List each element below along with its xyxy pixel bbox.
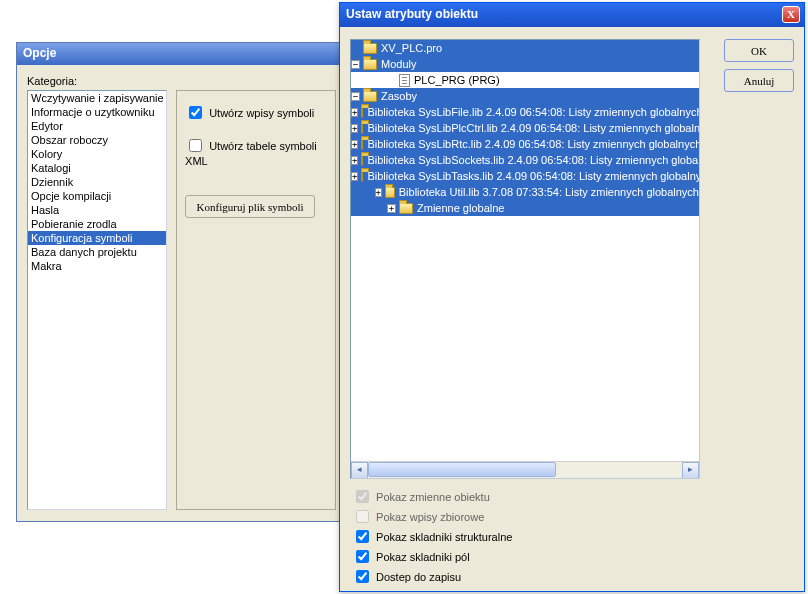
expand-icon[interactable]: + bbox=[351, 108, 358, 117]
tree-library[interactable]: +Biblioteka SysLibTasks.lib 2.4.09 06:54… bbox=[351, 168, 699, 184]
tree-resources[interactable]: −Zasoby bbox=[351, 88, 699, 104]
expand-icon[interactable]: + bbox=[351, 172, 358, 181]
options-body: Kategoria: Wczytywanie i zapisywanieInfo… bbox=[17, 65, 347, 520]
tree-label: Biblioteka Util.lib 3.7.08 07:33:54: Lis… bbox=[399, 184, 699, 200]
category-label: Kategoria: bbox=[27, 75, 337, 87]
expand-icon[interactable]: + bbox=[387, 204, 396, 213]
symbol-config-group: Utwórz wpisy symboli Utwórz tabele symbo… bbox=[176, 90, 336, 510]
cb-show-struct-input[interactable] bbox=[356, 530, 369, 543]
category-item[interactable]: Wczytywanie i zapisywanie bbox=[28, 91, 166, 105]
tree-label: Moduly bbox=[381, 56, 416, 72]
cb-show-object-vars-input[interactable] bbox=[356, 490, 369, 503]
cb-show-fields-label: Pokaz skladniki pól bbox=[376, 551, 470, 563]
cb-show-collective-input[interactable] bbox=[356, 510, 369, 523]
folder-icon bbox=[399, 203, 413, 214]
tree-library[interactable]: +Biblioteka Util.lib 3.7.08 07:33:54: Li… bbox=[351, 184, 699, 200]
tree-library[interactable]: +Biblioteka SysLibRtc.lib 2.4.09 06:54:0… bbox=[351, 136, 699, 152]
category-item[interactable]: Kolory bbox=[28, 147, 166, 161]
category-item[interactable]: Obszar roboczy bbox=[28, 133, 166, 147]
tree-modules[interactable]: −Moduly bbox=[351, 56, 699, 72]
scroll-left-icon[interactable]: ◂ bbox=[351, 462, 368, 479]
options-window: Opcje Kategoria: Wczytywanie i zapisywan… bbox=[16, 42, 348, 522]
options-right: Utwórz wpisy symboli Utwórz tabele symbo… bbox=[176, 90, 336, 510]
folder-icon bbox=[385, 187, 395, 198]
scroll-right-icon[interactable]: ▸ bbox=[682, 462, 699, 479]
scroll-thumb[interactable] bbox=[368, 462, 556, 477]
cb-show-fields[interactable]: Pokaz skladniki pól bbox=[352, 547, 470, 566]
tree-label: PLC_PRG (PRG) bbox=[414, 72, 500, 88]
scroll-track[interactable] bbox=[368, 462, 682, 479]
expand-icon[interactable]: + bbox=[351, 124, 358, 133]
cancel-button[interactable]: Anuluj bbox=[724, 69, 794, 92]
object-tree[interactable]: XV_PLC.pro−ModulyPLC_PRG (PRG)−Zasoby+Bi… bbox=[350, 39, 700, 479]
category-item[interactable]: Hasla bbox=[28, 203, 166, 217]
checkbox-create-xml-label: Utwórz tabele symboli XML bbox=[185, 140, 317, 167]
folder-icon bbox=[363, 59, 377, 70]
category-item[interactable]: Konfiguracja symboli bbox=[28, 231, 166, 245]
tree-library[interactable]: +Biblioteka SysLibSockets.lib 2.4.09 06:… bbox=[351, 152, 699, 168]
checkbox-create-entries-label: Utwórz wpisy symboli bbox=[209, 107, 314, 119]
checkbox-create-xml[interactable]: Utwórz tabele symboli XML bbox=[185, 136, 327, 167]
attribute-dialog: Ustaw atrybuty obiektu X OK Anuluj XV_PL… bbox=[339, 2, 805, 592]
folder-icon bbox=[361, 139, 363, 150]
close-icon[interactable]: X bbox=[782, 6, 800, 23]
tree-label: Biblioteka SysLibPlcCtrl.lib 2.4.09 06:5… bbox=[367, 120, 700, 136]
cb-show-object-vars[interactable]: Pokaz zmienne obiektu bbox=[352, 487, 490, 506]
tree-library[interactable]: +Biblioteka SysLibPlcCtrl.lib 2.4.09 06:… bbox=[351, 120, 699, 136]
folder-icon bbox=[361, 171, 363, 182]
category-item[interactable]: Dziennik bbox=[28, 175, 166, 189]
ok-button[interactable]: OK bbox=[724, 39, 794, 62]
cb-show-collective[interactable]: Pokaz wpisy zbiorowe bbox=[352, 507, 484, 526]
cb-show-struct-label: Pokaz skladniki strukturalne bbox=[376, 531, 512, 543]
attribute-title-text: Ustaw atrybuty obiektu bbox=[346, 7, 478, 21]
category-item[interactable]: Baza danych projektu bbox=[28, 245, 166, 259]
cb-show-struct[interactable]: Pokaz skladniki strukturalne bbox=[352, 527, 512, 546]
category-item[interactable]: Katalogi bbox=[28, 161, 166, 175]
folder-icon bbox=[361, 123, 363, 134]
tree-label: Zmienne globalne bbox=[417, 200, 504, 216]
category-item[interactable]: Informacje o uzytkowniku bbox=[28, 105, 166, 119]
tree-label: Zasoby bbox=[381, 88, 417, 104]
cb-write-access[interactable]: Dostep do zapisu bbox=[352, 567, 461, 586]
category-item[interactable]: Opcje kompilacji bbox=[28, 189, 166, 203]
folder-icon bbox=[361, 107, 363, 118]
category-item[interactable]: Edytor bbox=[28, 119, 166, 133]
tree-label: Biblioteka SysLibSockets.lib 2.4.09 06:5… bbox=[367, 152, 700, 168]
tree-prg[interactable]: PLC_PRG (PRG) bbox=[351, 72, 699, 88]
category-item[interactable]: Pobieranie zrodla bbox=[28, 217, 166, 231]
cb-write-access-input[interactable] bbox=[356, 570, 369, 583]
document-icon bbox=[399, 74, 410, 87]
expand-icon[interactable]: + bbox=[375, 188, 382, 197]
collapse-icon[interactable]: − bbox=[351, 92, 360, 101]
tree-label: XV_PLC.pro bbox=[381, 40, 442, 56]
folder-icon bbox=[363, 43, 377, 54]
collapse-icon[interactable]: − bbox=[351, 60, 360, 69]
cb-show-collective-label: Pokaz wpisy zbiorowe bbox=[376, 511, 484, 523]
tree-library[interactable]: +Biblioteka SysLibFile.lib 2.4.09 06:54:… bbox=[351, 104, 699, 120]
checkbox-create-xml-input[interactable] bbox=[189, 139, 202, 152]
tree-root[interactable]: XV_PLC.pro bbox=[351, 40, 699, 56]
category-list[interactable]: Wczytywanie i zapisywanieInformacje o uz… bbox=[27, 90, 167, 510]
configure-symbols-button[interactable]: Konfiguruj plik symboli bbox=[185, 195, 315, 218]
tree-label: Biblioteka SysLibFile.lib 2.4.09 06:54:0… bbox=[367, 104, 700, 120]
cb-write-access-label: Dostep do zapisu bbox=[376, 571, 461, 583]
folder-icon bbox=[363, 91, 377, 102]
expand-icon[interactable]: + bbox=[351, 156, 358, 165]
checkbox-create-entries[interactable]: Utwórz wpisy symboli bbox=[185, 103, 327, 122]
cb-show-object-vars-label: Pokaz zmienne obiektu bbox=[376, 491, 490, 503]
tree-hscroll[interactable]: ◂ ▸ bbox=[351, 461, 699, 478]
attribute-title: Ustaw atrybuty obiektu X bbox=[340, 3, 804, 27]
cb-show-fields-input[interactable] bbox=[356, 550, 369, 563]
tree-label: Biblioteka SysLibRtc.lib 2.4.09 06:54:08… bbox=[367, 136, 700, 152]
category-item[interactable]: Makra bbox=[28, 259, 166, 273]
tree-globals[interactable]: +Zmienne globalne bbox=[351, 200, 699, 216]
options-title: Opcje bbox=[17, 43, 347, 65]
expand-icon[interactable]: + bbox=[351, 140, 358, 149]
tree-label: Biblioteka SysLibTasks.lib 2.4.09 06:54:… bbox=[367, 168, 700, 184]
checkbox-create-entries-input[interactable] bbox=[189, 106, 202, 119]
folder-icon bbox=[361, 155, 363, 166]
